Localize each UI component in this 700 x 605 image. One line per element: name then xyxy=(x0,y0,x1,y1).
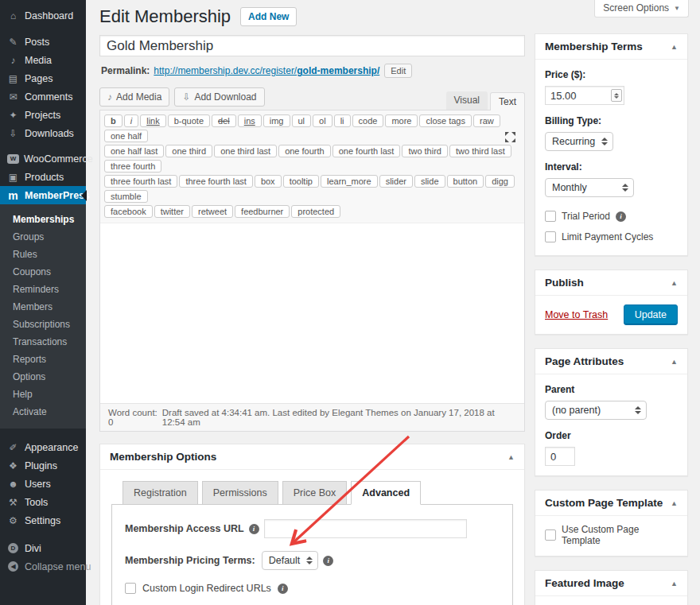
info-icon[interactable]: i xyxy=(278,584,288,594)
quicktag-button[interactable]: one third xyxy=(165,145,212,157)
quicktag-button[interactable]: li xyxy=(334,114,351,127)
sidebar-submenu-item[interactable]: Help xyxy=(0,386,86,403)
collapse-toggle-icon[interactable]: ▲ xyxy=(671,279,678,287)
quicktag-button[interactable]: one fourth xyxy=(278,145,331,157)
sidebar-submenu-item[interactable]: Reminders xyxy=(0,281,86,298)
membership-options-tab[interactable]: Registration xyxy=(122,481,198,505)
quicktag-button[interactable]: i xyxy=(124,114,138,127)
quicktag-button[interactable]: one fourth last xyxy=(332,145,401,157)
membership-options-header[interactable]: Membership Options ▲ xyxy=(100,444,524,470)
quicktag-button[interactable]: slide xyxy=(414,175,445,188)
sidebar-submenu-item[interactable]: Subscriptions xyxy=(0,316,86,333)
quicktag-button[interactable]: b-quote xyxy=(168,114,210,127)
pricing-terms-select[interactable]: Default xyxy=(262,551,319,570)
quicktag-button[interactable]: ins xyxy=(238,114,262,127)
sidebar-submenu-item[interactable]: Activate xyxy=(0,403,86,421)
add-new-button[interactable]: Add New xyxy=(240,7,297,26)
sidebar-item-tools[interactable]: ⚒ Tools xyxy=(0,493,86,511)
quicktag-button[interactable]: protected xyxy=(291,205,340,218)
quicktag-button[interactable]: b xyxy=(104,114,122,127)
quicktag-button[interactable]: link xyxy=(140,114,166,127)
quicktag-button[interactable]: facebook xyxy=(104,205,153,218)
tab-visual[interactable]: Visual xyxy=(446,91,488,110)
info-icon[interactable]: i xyxy=(616,211,626,222)
sidebar-item-plugins[interactable]: ❖ Plugins xyxy=(0,456,86,475)
quicktag-button[interactable]: more xyxy=(385,114,418,127)
limit-cycles-checkbox[interactable] xyxy=(545,231,556,242)
featured-image-header[interactable]: Featured Image ▲ xyxy=(535,571,687,596)
quicktag-button[interactable]: ul xyxy=(292,114,312,127)
sidebar-submenu-item[interactable]: Groups xyxy=(0,228,86,246)
page-attributes-header[interactable]: Page Attributes ▲ xyxy=(535,349,687,374)
number-stepper-icon[interactable] xyxy=(611,89,622,102)
move-to-trash-link[interactable]: Move to Trash xyxy=(545,309,608,320)
sidebar-item-pages[interactable]: ▤ Pages xyxy=(0,69,86,87)
sidebar-item-downloads[interactable]: ⇩ Downloads xyxy=(0,124,86,142)
quicktag-button[interactable]: retweet xyxy=(192,205,233,218)
quicktag-button[interactable]: close tags xyxy=(419,114,472,127)
order-input[interactable] xyxy=(545,447,575,466)
collapse-toggle-icon[interactable]: ▲ xyxy=(671,499,678,507)
sidebar-item-woocommerce[interactable]: W WooCommerce xyxy=(0,149,86,168)
sidebar-submenu-item[interactable]: Transactions xyxy=(0,333,86,351)
sidebar-item-divi[interactable]: D Divi xyxy=(0,539,86,557)
quicktag-button[interactable]: img xyxy=(263,114,290,127)
quicktag-button[interactable]: raw xyxy=(473,114,500,127)
use-custom-template-checkbox[interactable] xyxy=(545,529,556,541)
sidebar-item-dashboard[interactable]: ⌂ Dashboard xyxy=(0,6,86,25)
sidebar-item-collapse-menu[interactable]: ◀ Collapse menu xyxy=(0,557,86,576)
quicktag-button[interactable]: feedburner xyxy=(235,205,290,218)
sidebar-item-appearance[interactable]: ✐ Appearance xyxy=(0,438,86,456)
collapse-toggle-icon[interactable]: ▲ xyxy=(508,453,515,461)
quicktag-button[interactable]: slider xyxy=(379,175,413,188)
info-icon[interactable]: i xyxy=(249,524,259,534)
add-media-button[interactable]: ♪ Add Media xyxy=(99,87,169,107)
publish-header[interactable]: Publish ▲ xyxy=(535,270,687,296)
sidebar-submenu-item[interactable]: Memberships xyxy=(0,211,86,228)
parent-select[interactable]: (no parent) xyxy=(545,401,647,420)
quicktag-button[interactable]: two third xyxy=(402,145,448,157)
quicktag-button[interactable]: twitter xyxy=(154,205,190,218)
collapse-toggle-icon[interactable]: ▲ xyxy=(671,43,678,51)
quicktag-button[interactable]: tooltip xyxy=(283,175,319,188)
quicktag-button[interactable]: box xyxy=(255,175,282,188)
quicktag-button[interactable]: learn_more xyxy=(321,175,378,188)
sidebar-item-memberpress[interactable]: m MemberPress xyxy=(0,186,86,204)
quicktag-button[interactable]: button xyxy=(447,175,484,188)
info-icon[interactable]: i xyxy=(323,556,333,566)
quicktag-button[interactable]: one third last xyxy=(214,145,277,157)
quicktag-button[interactable]: ol xyxy=(313,114,332,127)
sidebar-submenu-item[interactable]: Rules xyxy=(0,246,86,263)
sidebar-submenu-item[interactable]: Options xyxy=(0,368,86,386)
quicktag-button[interactable]: del xyxy=(212,114,236,127)
fullscreen-icon[interactable] xyxy=(504,131,516,143)
membership-options-tab[interactable]: Permissions xyxy=(202,481,278,505)
quicktag-button[interactable]: two third last xyxy=(449,145,511,157)
sidebar-item-users[interactable]: ☻ Users xyxy=(0,475,86,493)
membership-terms-header[interactable]: Membership Terms ▲ xyxy=(535,34,687,60)
quicktag-button[interactable]: one half last xyxy=(104,145,164,157)
quicktag-button[interactable]: three fourth xyxy=(104,160,161,173)
access-url-input[interactable] xyxy=(264,519,467,538)
interval-select[interactable]: Monthly xyxy=(545,178,634,197)
trial-period-checkbox[interactable] xyxy=(545,211,556,222)
permalink-edit-button[interactable]: Edit xyxy=(384,64,412,78)
membership-title-input[interactable] xyxy=(99,35,525,56)
permalink-link[interactable]: http://membership.dev.cc/register/gold-m… xyxy=(154,65,379,76)
quicktag-button[interactable]: digg xyxy=(485,175,515,188)
membership-options-tab[interactable]: Price Box xyxy=(282,481,348,505)
custom-page-template-header[interactable]: Custom Page Template ▲ xyxy=(535,491,687,516)
screen-options-button[interactable]: Screen Options ▼ xyxy=(594,0,689,17)
billing-type-select[interactable]: Recurring xyxy=(545,132,613,151)
sidebar-item-products[interactable]: ▣ Products xyxy=(0,168,86,186)
sidebar-item-comments[interactable]: ✉ Comments xyxy=(0,87,86,106)
quicktag-button[interactable]: stumble xyxy=(104,190,148,203)
quicktag-button[interactable]: three fourth last xyxy=(179,175,252,188)
update-button[interactable]: Update xyxy=(624,304,678,325)
add-download-button[interactable]: ⇩ Add Download xyxy=(174,87,264,107)
sidebar-item-projects[interactable]: ✦ Projects xyxy=(0,106,86,124)
quicktag-button[interactable]: one half xyxy=(104,130,148,142)
quicktag-button[interactable]: three fourth last xyxy=(104,175,177,188)
sidebar-item-media[interactable]: ♪ Media xyxy=(0,51,86,69)
collapse-toggle-icon[interactable]: ▲ xyxy=(671,358,678,366)
